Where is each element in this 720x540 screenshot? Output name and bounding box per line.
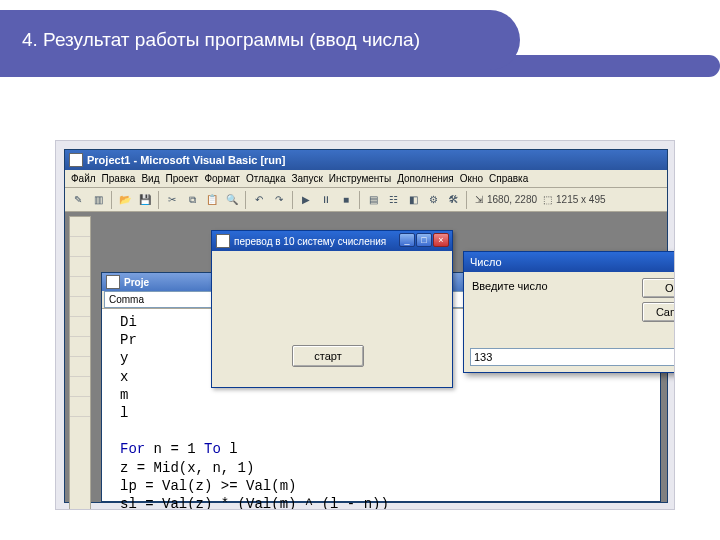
form-icon — [216, 234, 230, 248]
app-form-window: перевод в 10 систему счисления _ □ × ста… — [211, 230, 453, 388]
form-titlebar[interactable]: перевод в 10 систему счисления _ □ × — [212, 231, 452, 251]
size-icon: ⬚ — [543, 194, 552, 205]
pos-icon: ⇲ — [475, 194, 483, 205]
menu-bar[interactable]: Файл Правка Вид Проект Формат Отладка За… — [65, 170, 667, 188]
tb-paste-icon[interactable]: 📋 — [203, 191, 221, 209]
menu-view[interactable]: Вид — [141, 173, 159, 184]
tb-copy-icon[interactable]: ⧉ — [183, 191, 201, 209]
menu-help[interactable]: Справка — [489, 173, 528, 184]
menu-edit[interactable]: Правка — [102, 173, 136, 184]
menu-project[interactable]: Проект — [165, 173, 198, 184]
number-input[interactable] — [470, 348, 675, 366]
start-button[interactable]: старт — [292, 345, 364, 367]
input-dialog: Число × Введите число OK Cancel — [463, 251, 675, 373]
tb-properties-icon[interactable]: ☷ — [384, 191, 402, 209]
screenshot-stage: Project1 - Microsoft Visual Basic [run] … — [55, 140, 675, 510]
menu-format[interactable]: Формат — [204, 173, 240, 184]
ok-button[interactable]: OK — [642, 278, 675, 298]
menu-debug[interactable]: Отладка — [246, 173, 286, 184]
code-window-icon — [106, 275, 120, 289]
tb-save-icon[interactable]: 💾 — [136, 191, 154, 209]
menu-window[interactable]: Окно — [460, 173, 483, 184]
toolbox[interactable] — [69, 216, 91, 510]
maximize-icon[interactable]: □ — [416, 233, 432, 247]
tb-addproject-icon[interactable]: ✎ — [69, 191, 87, 209]
menu-file[interactable]: Файл — [71, 173, 96, 184]
tb-undo-icon[interactable]: ↶ — [250, 191, 268, 209]
tb-open-icon[interactable]: 📂 — [116, 191, 134, 209]
tb-redo-icon[interactable]: ↷ — [270, 191, 288, 209]
minimize-icon[interactable]: _ — [399, 233, 415, 247]
tb-break-icon[interactable]: ⏸ — [317, 191, 335, 209]
cancel-button[interactable]: Cancel — [642, 302, 675, 322]
tb-additem-icon[interactable]: ▥ — [89, 191, 107, 209]
vb-title-text: Project1 - Microsoft Visual Basic [run] — [87, 154, 285, 166]
vb-app-icon — [69, 153, 83, 167]
position-readout: ⇲ 1680, 2280 — [475, 194, 537, 205]
tb-toolbox-icon[interactable]: 🛠 — [444, 191, 462, 209]
dialog-titlebar[interactable]: Число × — [464, 252, 675, 272]
tb-start-icon[interactable]: ▶ — [297, 191, 315, 209]
tb-formlayout-icon[interactable]: ◧ — [404, 191, 422, 209]
tb-find-icon[interactable]: 🔍 — [223, 191, 241, 209]
tb-explorer-icon[interactable]: ▤ — [364, 191, 382, 209]
vb-titlebar: Project1 - Microsoft Visual Basic [run] — [65, 150, 667, 170]
menu-run[interactable]: Запуск — [291, 173, 322, 184]
toolbar: ✎ ▥ 📂 💾 ✂ ⧉ 📋 🔍 ↶ ↷ ▶ ⏸ ■ ▤ ☷ ◧ ⚙ 🛠 — [65, 188, 667, 212]
tb-cut-icon[interactable]: ✂ — [163, 191, 181, 209]
size-readout: ⬚ 1215 x 495 — [543, 194, 606, 205]
tb-objectbrowser-icon[interactable]: ⚙ — [424, 191, 442, 209]
tb-end-icon[interactable]: ■ — [337, 191, 355, 209]
close-icon[interactable]: × — [433, 233, 449, 247]
menu-addins[interactable]: Дополнения — [397, 173, 454, 184]
slide-title: 4. Результат работы программы (ввод числ… — [0, 10, 520, 70]
menu-tools[interactable]: Инструменты — [329, 173, 391, 184]
